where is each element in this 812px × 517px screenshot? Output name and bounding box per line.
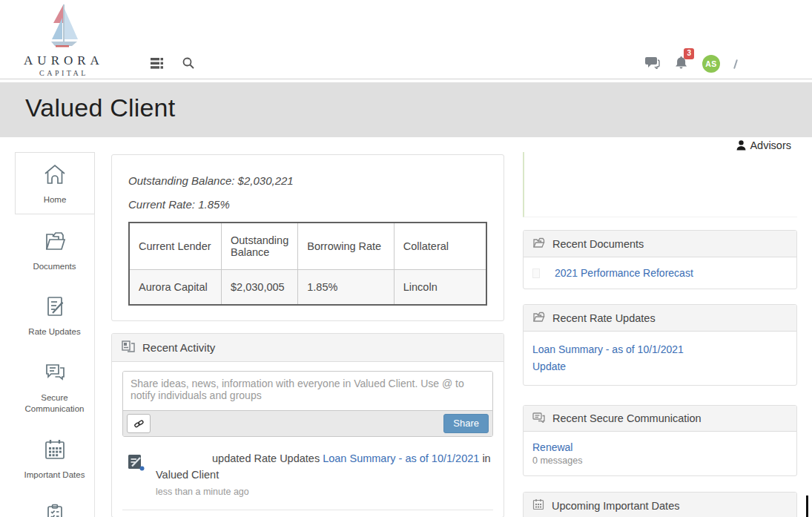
sidebar-item-rate-updates[interactable]: Rate Updates bbox=[15, 285, 94, 346]
sidebar-item-secure-communication[interactable]: Secure Communication bbox=[15, 351, 94, 423]
user-avatar[interactable]: AS bbox=[702, 55, 720, 73]
recent-documents-panel: Recent Documents 2021 Performance Refore… bbox=[523, 230, 797, 289]
activity-action-text: updated Rate Updates bbox=[212, 452, 320, 464]
text-cursor-artifact bbox=[806, 495, 808, 517]
sidebar-item-label: Important Dates bbox=[18, 470, 91, 481]
sidebar-item-label: Rate Updates bbox=[18, 326, 91, 338]
sidebar-item-documents[interactable]: Documents bbox=[15, 220, 94, 280]
folder-icon bbox=[532, 237, 545, 251]
panel-title: Recent Rate Updates bbox=[552, 312, 656, 324]
important-dates-icon bbox=[42, 451, 67, 464]
loan-summary-card: Outstanding Balance: $2,030,221 Current … bbox=[111, 154, 504, 321]
recent-rate-updates-panel: Recent Rate Updates Loan Summary - as of… bbox=[523, 304, 797, 386]
table-header-current-lender: Current Lender bbox=[129, 223, 222, 270]
panel-title: Upcoming Important Dates bbox=[552, 500, 679, 512]
main-content: Outstanding Balance: $2,030,221 Current … bbox=[111, 154, 504, 517]
page-title: Valued Client bbox=[25, 93, 812, 122]
home-icon bbox=[42, 176, 67, 188]
table-row: Aurora Capital $2,030,005 1.85% Lincoln bbox=[129, 270, 486, 306]
table-header-borrowing-rate: Borrowing Rate bbox=[298, 223, 395, 270]
activity-entry-line1: updated Rate Updates Loan Summary - as o… bbox=[156, 451, 491, 467]
right-column: Recent Documents 2021 Performance Refore… bbox=[523, 152, 797, 517]
sidebar-item-label: Home bbox=[19, 194, 91, 206]
advisors-link[interactable]: Advisors bbox=[736, 139, 791, 151]
activity-item-link[interactable]: Loan Summary - as of 10/1/2021 bbox=[323, 452, 479, 464]
empty-notice-panel bbox=[523, 152, 797, 217]
document-link[interactable]: 2021 Performance Reforecast bbox=[555, 267, 693, 279]
outstanding-balance-text: Outstanding Balance: $2,030,221 bbox=[128, 174, 487, 187]
top-navigation: AURORA CAPITAL bbox=[0, 0, 812, 79]
chat-icon[interactable] bbox=[645, 56, 660, 72]
table-header-collateral: Collateral bbox=[394, 223, 486, 270]
brand-subname: CAPITAL bbox=[21, 69, 107, 77]
activity-title: Recent Activity bbox=[142, 341, 215, 354]
brand-logo[interactable]: AURORA CAPITAL bbox=[21, 3, 107, 77]
cell-borrowing-rate: 1.85% bbox=[298, 270, 395, 306]
sidebar-item-checklists[interactable]: Checklists bbox=[15, 493, 94, 517]
share-button[interactable]: Share bbox=[443, 414, 489, 433]
rate-update-activity-icon bbox=[127, 453, 145, 498]
activity-entry: updated Rate Updates Loan Summary - as o… bbox=[122, 451, 493, 498]
sidebar-navigation: Home Documents Rate Updates bbox=[15, 152, 95, 517]
activity-icon bbox=[122, 340, 135, 355]
documents-icon bbox=[42, 243, 67, 255]
secure-communication-icon bbox=[42, 374, 67, 386]
file-icon bbox=[532, 269, 540, 278]
calendar-icon bbox=[532, 498, 544, 513]
notification-count-badge: 3 bbox=[684, 48, 694, 59]
person-icon bbox=[736, 140, 746, 151]
current-rate-text: Current Rate: 1.85% bbox=[128, 198, 487, 211]
cell-current-lender: Aurora Capital bbox=[129, 270, 222, 306]
sailboat-logo-icon bbox=[44, 39, 83, 51]
search-icon[interactable] bbox=[182, 57, 194, 69]
composer-input[interactable] bbox=[123, 372, 492, 410]
upcoming-important-dates-panel: Upcoming Important Dates bbox=[523, 492, 797, 517]
sidebar-item-home[interactable]: Home bbox=[15, 152, 95, 214]
rate-update-link[interactable]: Update bbox=[532, 358, 788, 375]
post-composer: Share bbox=[122, 371, 493, 437]
loan-table: Current Lender Outstanding Balance Borro… bbox=[128, 222, 487, 306]
cell-outstanding-balance: $2,030,005 bbox=[222, 270, 298, 306]
message-count: 0 messages bbox=[532, 455, 788, 466]
secure-communication-link[interactable]: Renewal bbox=[532, 441, 572, 453]
notifications-bell[interactable]: 3 bbox=[675, 56, 687, 73]
rate-updates-icon bbox=[42, 308, 67, 320]
sidebar-item-important-dates[interactable]: Important Dates bbox=[15, 428, 94, 489]
link-icon bbox=[134, 419, 144, 429]
document-row: 2021 Performance Reforecast bbox=[532, 267, 788, 279]
recent-secure-communication-panel: Recent Secure Communication Renewal 0 me… bbox=[523, 405, 797, 476]
cell-collateral: Lincoln bbox=[394, 270, 486, 306]
cut-off-username-artifact bbox=[733, 59, 738, 69]
panel-title: Recent Secure Communication bbox=[552, 412, 702, 424]
feed-divider bbox=[122, 510, 493, 510]
recent-activity-card: Recent Activity Share bbox=[111, 333, 504, 517]
advisors-label: Advisors bbox=[750, 139, 791, 151]
panel-title: Recent Documents bbox=[552, 238, 644, 250]
sidebar-item-label: Documents bbox=[18, 261, 91, 273]
brand-name: AURORA bbox=[21, 53, 107, 68]
sidebar-item-label: Secure Communication bbox=[18, 392, 91, 415]
rate-update-link[interactable]: Loan Summary - as of 10/1/2021 bbox=[532, 341, 788, 358]
activity-suffix-text: in bbox=[482, 452, 490, 464]
secure-communication-icon bbox=[532, 412, 545, 425]
table-header-outstanding-balance: Outstanding Balance bbox=[222, 223, 298, 270]
activity-timestamp: less than a minute ago bbox=[156, 485, 491, 499]
menu-icon[interactable] bbox=[151, 58, 163, 69]
page-banner: Valued Client bbox=[0, 82, 812, 137]
folder-icon bbox=[532, 311, 545, 325]
attach-link-button[interactable] bbox=[127, 414, 151, 433]
activity-context-text: Valued Client bbox=[156, 467, 491, 484]
